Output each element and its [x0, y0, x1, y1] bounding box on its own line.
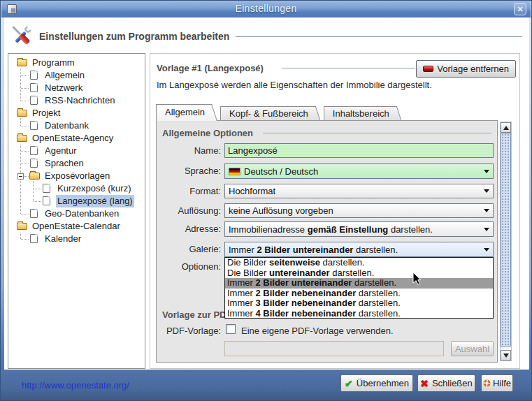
pdf-template-label: PDF-Vorlage: — [157, 326, 221, 336]
file-icon — [43, 184, 50, 193]
tab-content: Allgemeine Optionen Name: Sprache: Deuts… — [156, 120, 498, 363]
chevron-down-icon — [484, 228, 489, 231]
group-pdf-title: Vorlage zur PD — [162, 309, 227, 320]
scrollbar-thumb[interactable] — [501, 133, 511, 347]
header-divider — [236, 36, 522, 37]
help-button[interactable]: Hilfe — [481, 374, 513, 392]
file-icon — [30, 209, 38, 218]
check-icon: ✔ — [345, 378, 353, 389]
close-dialog-button[interactable]: ✖ Schließen — [417, 374, 475, 392]
chevron-down-icon — [484, 209, 489, 212]
selected-tree-item: Langexposé (lang) — [56, 195, 134, 207]
gallery-dropdown-list: Die Bilder seitenweise darstellen. Die B… — [224, 257, 494, 319]
tab-allgemein[interactable]: Allgemein — [156, 104, 210, 121]
gallery-option-5[interactable]: Immer 3 Bilder nebeneinander darstellen. — [225, 298, 493, 309]
tree-item-allgemein[interactable]: Allgemein — [8, 69, 145, 82]
tree-item-openestate-agency[interactable]: OpenEstate-Agency — [8, 132, 145, 145]
gallery-option-6[interactable]: Immer 4 Bilder nebeneinander darstellen. — [225, 309, 493, 319]
remove-template-button[interactable]: Vorlage entfernen — [416, 60, 516, 78]
tab-kopf-fussbereich[interactable]: Kopf- & Fußbereich — [220, 106, 314, 120]
dialog-content: Einstellungen zum Programm bearbeiten Pr… — [4, 17, 529, 370]
tree-item-programm[interactable]: Programm — [8, 57, 145, 69]
options-label: Optionen: — [157, 261, 221, 272]
scrollbar-down-icon[interactable] — [501, 350, 511, 360]
section-title: Vorlage #1 (Langexposé) — [157, 63, 264, 73]
german-flag-icon — [229, 168, 240, 175]
file-icon — [30, 121, 38, 130]
chevron-down-icon — [484, 248, 489, 251]
group-general-title: Allgemeine Optionen — [162, 128, 253, 138]
chevron-down-icon — [484, 170, 489, 173]
gallery-option-3[interactable]: Immer 2 Bilder untereinander darstellen. — [225, 278, 493, 289]
pdf-select-button[interactable]: Auswahl — [451, 341, 494, 356]
lifebuoy-icon — [483, 378, 491, 388]
name-input[interactable] — [224, 143, 494, 158]
address-label: Adresse: — [157, 224, 221, 234]
file-icon — [43, 196, 50, 205]
gallery-label: Galerie: — [157, 244, 221, 254]
language-label: Sprache: — [157, 166, 221, 176]
tab-bar: Allgemein Kopf- & Fußbereich Inhaltsbere… — [156, 103, 405, 120]
tree-item-datenbank[interactable]: Datenbank — [8, 119, 145, 132]
format-select[interactable]: Hochformat — [224, 184, 494, 198]
tree-item-projekt[interactable]: Projekt — [8, 107, 145, 119]
resolution-label: Auflösung: — [157, 205, 221, 216]
gallery-select[interactable]: Immer 2 Bilder untereinander darstellen. — [224, 242, 494, 257]
pdf-checkbox-label: Eine eigene PDF-Vorlage verwenden. — [241, 326, 394, 336]
file-icon — [30, 96, 38, 105]
address-select[interactable]: Immobilienadresse gemäß Einstellung dars… — [224, 221, 494, 237]
tree-item-exposevorlagen[interactable]: Exposévorlagen — [8, 170, 145, 182]
format-label: Format: — [157, 186, 221, 196]
settings-window: Einstellungen ✕ Einstellungen zum Progra… — [0, 0, 532, 401]
file-icon — [30, 83, 38, 92]
gallery-option-2[interactable]: Die Bilder untereinander darstellen. — [225, 268, 493, 279]
pdf-path-input[interactable] — [224, 341, 444, 356]
dialog-header: Einstellungen zum Programm bearbeiten — [8, 20, 522, 52]
folder-icon — [29, 173, 40, 180]
scrollbar-up-icon[interactable] — [501, 122, 511, 133]
folder-icon — [17, 59, 27, 66]
close-icon[interactable]: ✕ — [514, 3, 526, 15]
window-title: Einstellungen — [1, 3, 531, 14]
tree-item-openestate-calendar[interactable]: OpenEstate-Calendar — [8, 220, 145, 233]
name-label: Name: — [157, 145, 221, 156]
file-icon — [30, 234, 38, 243]
template-editor-panel: Vorlage #1 (Langexposé) Vorlage entferne… — [150, 53, 520, 369]
tree-item-geo-datenbanken[interactable]: Geo-Datenbanken — [8, 207, 145, 220]
group-divider — [263, 133, 491, 133]
pdf-template-checkbox[interactable] — [226, 324, 236, 334]
chevron-down-icon — [484, 189, 489, 193]
collapse-icon[interactable] — [17, 173, 24, 180]
vertical-scrollbar[interactable] — [500, 122, 512, 361]
apply-button[interactable]: ✔ Übernehmen — [340, 374, 413, 392]
remove-icon — [423, 66, 433, 72]
tree-item-kurzexpose[interactable]: Kurzexposé (kurz) — [8, 182, 145, 195]
file-icon — [30, 146, 38, 155]
folder-icon — [17, 223, 27, 230]
tree-item-kalender[interactable]: Kalender — [8, 233, 145, 245]
x-icon: ✖ — [420, 378, 429, 389]
titlebar: Einstellungen ✕ — [1, 1, 531, 17]
language-select[interactable]: Deutsch / Deutsch — [224, 163, 494, 179]
gallery-option-4[interactable]: Immer 2 Bilder nebeneinander darstellen. — [225, 289, 493, 299]
gallery-option-1[interactable]: Die Bilder seitenweise darstellen. — [225, 258, 493, 268]
section-divider — [282, 68, 415, 68]
page-title: Einstellungen zum Programm bearbeiten — [39, 31, 229, 42]
tab-inhaltsbereich[interactable]: Inhaltsbereich — [324, 106, 395, 120]
tools-icon — [8, 23, 34, 50]
template-description: Im Langexposé werden alle Eigenschaften … — [157, 80, 432, 90]
tree-item-langexpose[interactable]: Langexposé (lang) — [8, 195, 145, 207]
file-icon — [30, 159, 38, 168]
tree-item-netzwerk[interactable]: Netzwerk — [8, 82, 145, 94]
settings-tree: Programm Allgemein Netzwerk RSS-Nachrich… — [8, 53, 145, 369]
tree-item-sprachen[interactable]: Sprachen — [8, 157, 145, 170]
resolution-select[interactable]: keine Auflösung vorgeben — [224, 203, 494, 218]
tree-item-agentur[interactable]: Agentur — [8, 145, 145, 157]
tree-item-rss-nachrichten[interactable]: RSS-Nachrichten — [8, 94, 145, 107]
openestate-link[interactable]: http://www.openestate.org/ — [22, 380, 129, 391]
folder-icon — [17, 135, 27, 142]
folder-icon — [17, 110, 27, 117]
file-icon — [30, 71, 38, 80]
